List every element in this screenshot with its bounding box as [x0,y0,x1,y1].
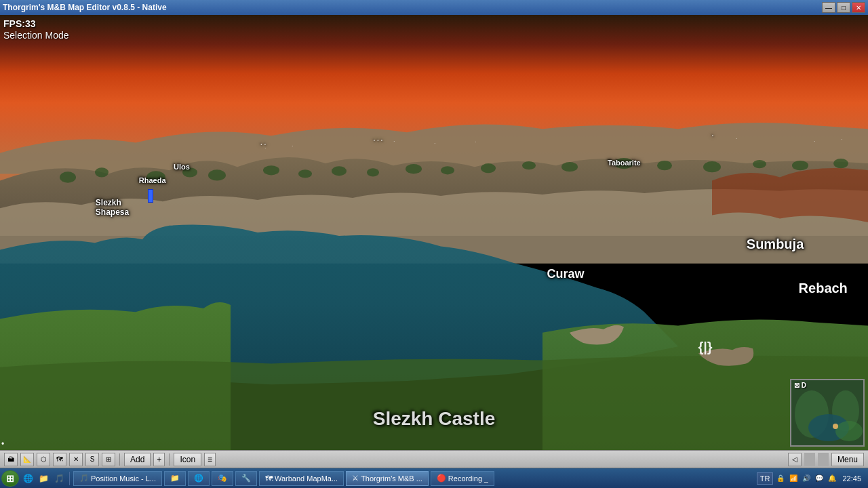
start-button[interactable]: ⊞ [1,470,19,487]
title-buttons: — □ ✕ [822,2,865,13]
fps-counter: FPS:33 [3,18,35,29]
task-folder-icon: 📁 [170,474,180,483]
icon-options-button[interactable]: ≡ [204,453,216,466]
svg-point-10 [441,166,454,174]
task-browser-icon: 🌐 [194,474,203,483]
game-viewport[interactable]: · · · · · · · · {|} FPS:33 Selection Mod… [0,15,868,450]
svg-point-8 [367,168,379,176]
system-clock[interactable]: 22:45 [840,474,864,483]
svg-point-7 [332,166,347,176]
quicklaunch-media[interactable]: 🎵 [52,472,66,485]
taskbar-task-warband[interactable]: 🗺 Warband MapMa... [259,471,344,486]
terrain-map: · · · · · · · · {|} [0,15,868,450]
maximize-button[interactable]: □ [837,2,850,13]
taskbar-task-browser[interactable]: 🌐 [188,471,210,486]
minimap-label: ⊠ D [794,382,806,389]
status-dot: • [1,439,4,449]
back-button[interactable]: ◁ [788,453,802,466]
map-tool-icon[interactable]: 🗺 [53,453,66,466]
task-warband-icon: 🗺 [265,474,273,483]
svg-point-2 [146,171,165,183]
toolbar-separator-2 [169,453,170,466]
taskbar-task-music[interactable]: 🎵 Position Music - L... [73,471,162,486]
player-marker [148,189,153,203]
svg-text:·: · [292,142,294,149]
taskbar-task-folder[interactable]: 📁 [164,471,186,486]
minimap-svg [791,380,865,447]
svg-point-18 [792,161,808,170]
task-editor-label: Thorgrim's M&B ... [361,474,422,483]
taskbar-task-editor[interactable]: ⚔ Thorgrim's M&B ... [346,471,429,486]
svg-text:·: · [736,135,738,142]
grid-tool-icon[interactable]: ⊞ [102,453,115,466]
tray-message-icon[interactable]: 💬 [814,473,825,484]
task-music-label: Position Music - L... [91,474,156,483]
svg-point-17 [753,160,766,168]
task-recording-icon: 🔴 [437,474,446,483]
task-warband-label: Warband MapMa... [275,474,338,483]
delete-tool-icon[interactable]: ✕ [69,453,83,466]
svg-point-3 [182,167,197,177]
svg-point-19 [833,159,848,168]
svg-point-33 [835,421,863,441]
minimize-button[interactable]: — [822,2,835,13]
add-plus-button[interactable]: + [153,453,165,466]
taskbar-ql-sep [69,472,70,485]
mode-indicator: Selection Mode [3,30,69,41]
svg-point-14 [614,158,633,169]
toolbar-separator-1 [119,453,120,466]
svg-point-0 [60,171,76,182]
system-tray: TR 🔒 📶 🔊 💬 🔔 22:45 [754,472,867,485]
taskbar: ⊞ 🌐 📁 🎵 🎵 Position Music - L... 📁 🌐 🎭 🔧 … [0,468,868,488]
select-tool-icon[interactable]: 📐 [20,453,34,466]
shape-tool-icon[interactable]: ⬡ [37,453,50,466]
svg-text:{|}: {|} [698,340,712,354]
toolbar: 🏔 📐 ⬡ 🗺 ✕ S ⊞ Add + Icon ≡ ◁ Menu [0,450,868,468]
svg-point-5 [263,165,279,175]
svg-point-4 [208,169,226,180]
svg-point-15 [657,161,672,170]
icon-button[interactable]: Icon [174,453,201,466]
svg-text:·: · [475,138,477,144]
svg-point-11 [481,163,496,173]
tray-notifications-icon[interactable]: 🔔 [827,473,837,484]
save-tool-icon[interactable]: S [85,453,99,466]
svg-point-12 [522,161,536,169]
svg-text:·: · [814,137,816,144]
taskbar-task-recording[interactable]: 🔴 Recording _ [431,471,494,486]
tray-volume-icon[interactable]: 🔊 [801,473,812,484]
quicklaunch-ie[interactable]: 🌐 [21,472,35,485]
quicklaunch-folder[interactable]: 📁 [37,472,50,485]
gray-button-2[interactable] [818,453,829,466]
svg-point-16 [703,161,721,172]
menu-button[interactable]: Menu [831,453,864,466]
svg-point-1 [95,167,108,177]
task-recording-label: Recording _ [448,474,488,483]
language-indicator[interactable]: TR [757,472,774,485]
gray-button-1[interactable] [804,453,815,466]
svg-point-13 [561,162,578,171]
svg-text:·: · [264,144,267,151]
taskbar-task-misc[interactable]: 🔧 [235,471,257,486]
tray-security-icon[interactable]: 🔒 [775,473,786,484]
task-music-icon: 🎵 [79,474,89,483]
close-button[interactable]: ✕ [852,2,865,13]
task-misc-icon: 🔧 [241,474,251,483]
tray-network-icon[interactable]: 📶 [788,473,799,484]
add-button[interactable]: Add [124,453,151,466]
minimap[interactable]: ⊠ D [790,379,865,447]
svg-point-6 [298,169,312,178]
windows-logo: ⊞ [6,473,14,484]
terrain-tool-icon[interactable]: 🏔 [4,453,18,466]
svg-text:·: · [841,136,843,142]
svg-text:·: · [434,140,436,146]
svg-text:·: · [393,137,395,144]
taskbar-task-ps[interactable]: 🎭 [212,471,233,486]
task-editor-icon: ⚔ [352,474,359,483]
title-bar: Thorgrim's M&B Map Editor v0.8.5 - Nativ… [0,0,868,15]
svg-point-34 [833,424,838,429]
task-ps-icon: 🎭 [218,474,227,483]
svg-point-9 [406,164,422,174]
window-title: Thorgrim's M&B Map Editor v0.8.5 - Nativ… [3,3,167,12]
